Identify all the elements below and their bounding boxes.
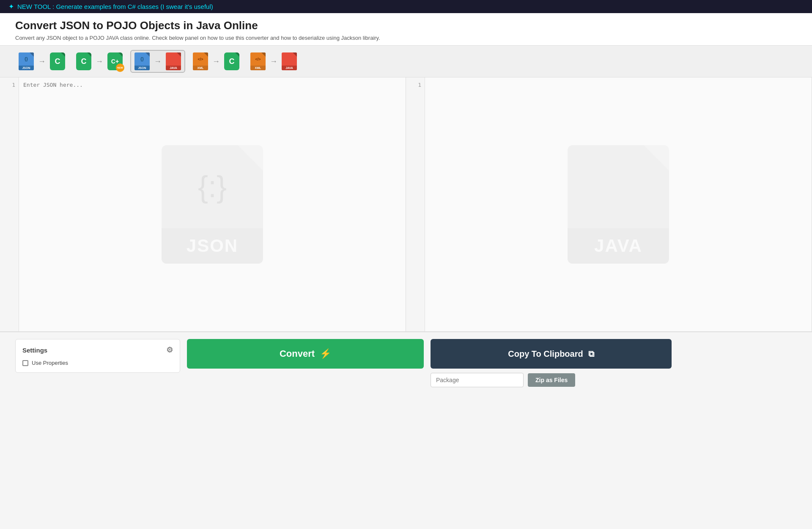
json-editor-area[interactable]: {:} JSON (19, 77, 406, 331)
new-badge: NEW (116, 63, 124, 72)
arrow-icon-3: → (154, 57, 162, 66)
arrow-icon: → (38, 57, 46, 66)
convert-button[interactable]: Convert ⚡ (187, 339, 424, 369)
right-actions: Zip as Files (431, 373, 575, 387)
convert-button-label: Convert (280, 348, 315, 359)
announcement-text: NEW TOOL : Generate examples from C# cla… (17, 3, 213, 10)
settings-header: Settings ⚙ (22, 345, 173, 355)
cpp-icon-wrapper: C+ NEW (107, 52, 123, 70)
use-properties-checkbox[interactable] (22, 360, 28, 366)
star-icon: ✦ (8, 3, 14, 11)
java-output-panel: 1 JAVA (406, 77, 812, 331)
clipboard-button[interactable]: Copy To Clipboard ⧉ (431, 339, 672, 369)
page-title: Convert JSON to POJO Objects in Java Onl… (15, 19, 797, 32)
java-file-icon: JAVA (166, 52, 181, 70)
c-file-icon-3: C (224, 52, 239, 70)
bottom-right-section: Copy To Clipboard ⧉ Zip as Files (431, 339, 672, 387)
clipboard-button-label: Copy To Clipboard (508, 349, 583, 359)
line-numbers-right: 1 (406, 77, 425, 331)
toolbar: {} JSON → C C → C+ NEW {} JSON → JAVA (0, 46, 812, 77)
json-input-panel: 1 {:} JSON (0, 77, 406, 331)
tool-c-to-cpp[interactable]: C → C+ NEW (73, 51, 126, 72)
clipboard-icon: ⧉ (588, 349, 594, 359)
top-announcement-bar: ✦ NEW TOOL : Generate examples from C# c… (0, 0, 812, 13)
package-input[interactable] (431, 373, 524, 387)
page-description: Convert any JSON object to a POJO JAVA c… (15, 35, 797, 41)
tool-json-to-java[interactable]: {} JSON → JAVA (130, 50, 185, 73)
xml-file-icon: </> XML (193, 52, 208, 70)
lightning-icon: ⚡ (320, 348, 331, 359)
java-file-icon-2: JAVA (282, 52, 297, 70)
tool-json-to-c[interactable]: {} JSON → C (15, 51, 69, 72)
bottom-action-bar: Settings ⚙ Use Properties Convert ⚡ Copy… (0, 331, 812, 394)
line-number-right-1: 1 (409, 82, 421, 88)
xml-file-icon-2: </> XML (250, 52, 266, 70)
line-number-1: 1 (3, 82, 15, 88)
settings-panel: Settings ⚙ Use Properties (15, 339, 180, 373)
java-editor-area[interactable]: JAVA (425, 77, 812, 331)
json-file-icon: {} JSON (19, 52, 34, 70)
zip-button[interactable]: Zip as Files (528, 373, 575, 387)
json-file-icon-2: {} JSON (134, 52, 150, 70)
c-file-icon: C (50, 52, 65, 70)
java-textarea[interactable] (425, 77, 812, 331)
arrow-icon-4: → (212, 57, 220, 66)
tool-xml-to-c[interactable]: </> XML → C (189, 51, 243, 72)
tool-xml-to-java[interactable]: </> XML → JAVA (247, 51, 300, 72)
settings-gear-icon[interactable]: ⚙ (166, 345, 173, 355)
c-file-icon-2: C (76, 52, 91, 70)
settings-title: Settings (22, 347, 47, 354)
main-editor-area: 1 {:} JSON 1 JAVA (0, 77, 812, 331)
use-properties-label: Use Properties (32, 360, 68, 366)
arrow-icon-2: → (96, 57, 103, 66)
line-numbers-left: 1 (0, 77, 19, 331)
arrow-icon-5: → (270, 57, 277, 66)
page-header: Convert JSON to POJO Objects in Java Onl… (0, 13, 812, 46)
use-properties-row: Use Properties (22, 360, 173, 366)
json-textarea[interactable] (19, 77, 406, 331)
